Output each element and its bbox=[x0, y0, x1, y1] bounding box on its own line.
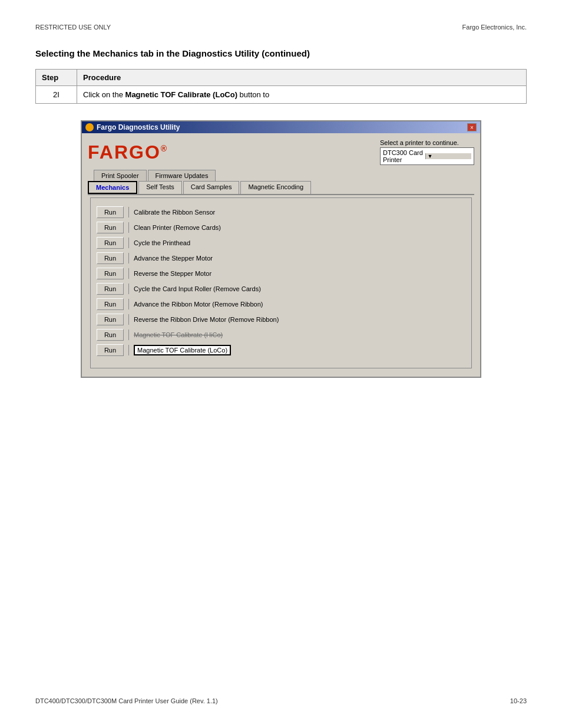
close-button[interactable]: × bbox=[467, 123, 477, 131]
col-header-step: Step bbox=[36, 70, 77, 85]
titlebar: Fargo Diagnostics Utility × bbox=[82, 121, 480, 133]
titlebar-left: Fargo Diagnostics Utility bbox=[85, 123, 180, 131]
table-header-row: Step Procedure bbox=[36, 70, 526, 86]
tab-mechanics[interactable]: Mechanics bbox=[88, 181, 137, 194]
highlighted-label-9: Magnetic TOF Calibrate (LoCo) bbox=[134, 345, 231, 355]
tabs-row2: Mechanics Self Tests Card Samples Magnet… bbox=[88, 181, 474, 195]
mechanics-content: RunCalibrate the Ribbon SensorRunClean P… bbox=[90, 197, 472, 368]
run-button-5[interactable]: Run bbox=[97, 283, 124, 295]
separator-5 bbox=[128, 284, 129, 294]
mechanics-row-4: RunReverse the Stepper Motor bbox=[97, 268, 465, 279]
mechanics-row-7: RunReverse the Ribbon Drive Motor (Remov… bbox=[97, 314, 465, 325]
mechanics-row-2: RunCycle the Printhead bbox=[97, 237, 465, 249]
mechanics-row-3: RunAdvance the Stepper Motor bbox=[97, 252, 465, 264]
printer-selected-value: DTC300 Card Printer bbox=[383, 149, 425, 163]
footer-right: 10-23 bbox=[510, 697, 527, 704]
mechanics-label-4: Reverse the Stepper Motor bbox=[134, 270, 211, 277]
tab-card-samples[interactable]: Card Samples bbox=[183, 181, 240, 194]
section-title: Selecting the Mechanics tab in the Diagn… bbox=[35, 48, 527, 58]
tab-print-spooler[interactable]: Print Spooler bbox=[94, 170, 147, 181]
footer-left: DTC400/DTC300/DTC300M Card Printer User … bbox=[35, 697, 218, 704]
tab-magnetic-encoding[interactable]: Magnetic Encoding bbox=[240, 181, 311, 194]
window-title: Fargo Diagnostics Utility bbox=[97, 123, 180, 131]
fargo-window: Fargo Diagnostics Utility × FARGO® Selec… bbox=[81, 120, 481, 378]
mechanics-label-8: Magnetic TOF Calibrate (HiCo) bbox=[134, 331, 223, 338]
table-row: 2I Click on the Magnetic TOF Calibrate (… bbox=[36, 86, 526, 103]
window-body: FARGO® Select a printer to continue. DTC… bbox=[82, 133, 480, 377]
mechanics-label-1: Clean Printer (Remove Cards) bbox=[134, 224, 221, 231]
step-number: 2I bbox=[36, 86, 77, 103]
top-row: FARGO® Select a printer to continue. DTC… bbox=[88, 139, 474, 165]
run-button-2[interactable]: Run bbox=[97, 237, 124, 249]
run-button-6[interactable]: Run bbox=[97, 298, 124, 310]
procedure-table: Step Procedure 2I Click on the Magnetic … bbox=[35, 69, 527, 104]
mechanics-row-9: RunMagnetic TOF Calibrate (LoCo) bbox=[97, 344, 465, 356]
mechanics-row-8: RunMagnetic TOF Calibrate (HiCo) bbox=[97, 329, 465, 341]
separator-7 bbox=[128, 314, 129, 325]
fargo-logo: FARGO® bbox=[88, 141, 168, 163]
tabs-row1: Print Spooler Firmware Updates bbox=[88, 170, 474, 181]
mechanics-label-3: Advance the Stepper Motor bbox=[134, 255, 213, 262]
run-button-3[interactable]: Run bbox=[97, 252, 124, 264]
separator-0 bbox=[128, 207, 129, 218]
page-header: RESTRICTED USE ONLY Fargo Electronics, I… bbox=[35, 24, 527, 31]
separator-3 bbox=[128, 253, 129, 263]
run-button-1[interactable]: Run bbox=[97, 222, 124, 233]
printer-select-area: Select a printer to continue. DTC300 Car… bbox=[380, 139, 474, 165]
mechanics-label-2: Cycle the Printhead bbox=[134, 239, 190, 246]
run-button-7[interactable]: Run bbox=[97, 314, 124, 325]
separator-6 bbox=[128, 299, 129, 309]
header-right: Fargo Electronics, Inc. bbox=[462, 24, 527, 31]
run-button-9[interactable]: Run bbox=[97, 344, 124, 356]
run-button-4[interactable]: Run bbox=[97, 268, 124, 279]
run-button-8[interactable]: Run bbox=[97, 329, 124, 341]
mechanics-label-9: Magnetic TOF Calibrate (LoCo) bbox=[137, 347, 227, 354]
printer-select-label: Select a printer to continue. bbox=[380, 139, 459, 146]
app-icon bbox=[85, 123, 94, 131]
mechanics-row-1: RunClean Printer (Remove Cards) bbox=[97, 222, 465, 233]
mechanics-row-5: RunCycle the Card Input Roller (Remove C… bbox=[97, 283, 465, 295]
separator-4 bbox=[128, 268, 129, 279]
run-button-0[interactable]: Run bbox=[97, 206, 124, 218]
mechanics-row-6: RunAdvance the Ribbon Motor (Remove Ribb… bbox=[97, 298, 465, 310]
tab-self-tests[interactable]: Self Tests bbox=[138, 181, 182, 194]
separator-1 bbox=[128, 222, 129, 233]
mechanics-label-7: Reverse the Ribbon Drive Motor (Remove R… bbox=[134, 316, 279, 323]
procedure-bold: Magnetic TOF Calibrate (LoCo) bbox=[125, 90, 237, 99]
printer-dropdown[interactable]: DTC300 Card Printer ▼ bbox=[380, 147, 474, 165]
procedure-text: Click on the Magnetic TOF Calibrate (LoC… bbox=[77, 86, 526, 103]
procedure-suffix: button to bbox=[237, 90, 269, 99]
mechanics-row-0: RunCalibrate the Ribbon Sensor bbox=[97, 206, 465, 218]
separator-2 bbox=[128, 238, 129, 248]
header-left: RESTRICTED USE ONLY bbox=[35, 24, 111, 31]
mechanics-label-5: Cycle the Card Input Roller (Remove Card… bbox=[134, 285, 261, 292]
col-header-procedure: Procedure bbox=[77, 70, 526, 85]
page-footer: DTC400/DTC300/DTC300M Card Printer User … bbox=[35, 697, 527, 704]
dropdown-arrow[interactable]: ▼ bbox=[425, 153, 472, 159]
tab-firmware-updates[interactable]: Firmware Updates bbox=[148, 170, 216, 181]
separator-9 bbox=[128, 345, 129, 355]
mechanics-label-0: Calibrate the Ribbon Sensor bbox=[134, 209, 215, 216]
separator-8 bbox=[128, 330, 129, 340]
mechanics-label-6: Advance the Ribbon Motor (Remove Ribbon) bbox=[134, 301, 263, 308]
